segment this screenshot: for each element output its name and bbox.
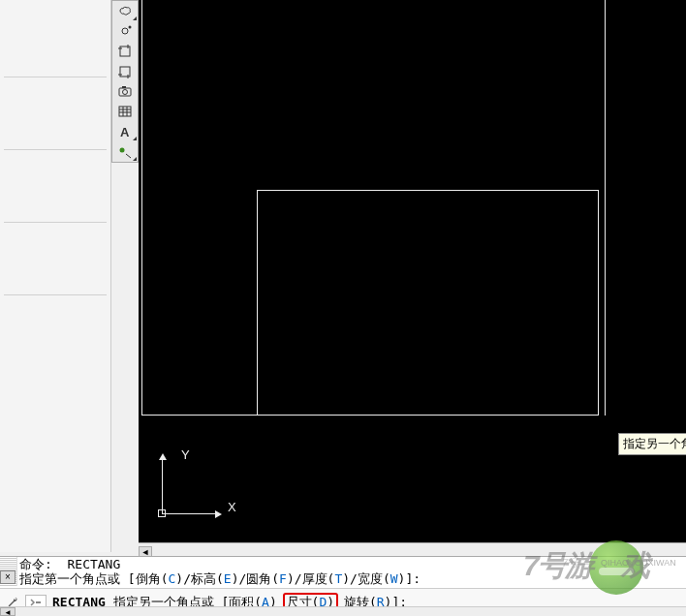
svg-point-1 bbox=[129, 26, 132, 29]
crop1-button[interactable] bbox=[112, 42, 138, 62]
bottom-scrollbar[interactable]: ◄ bbox=[0, 606, 686, 616]
ucs-y-label: Y bbox=[181, 447, 190, 462]
ucs-x-label: X bbox=[228, 500, 236, 514]
panel-section-4 bbox=[4, 242, 107, 295]
panel-section-1 bbox=[4, 0, 107, 77]
properties-panel bbox=[0, 0, 111, 552]
svg-text:A: A bbox=[120, 125, 130, 139]
camera-icon bbox=[117, 83, 133, 99]
svg-point-0 bbox=[122, 28, 128, 34]
wipeout-button[interactable] bbox=[112, 21, 138, 42]
svg-rect-10 bbox=[36, 601, 41, 603]
table-button[interactable] bbox=[112, 102, 138, 122]
panel-section-2 bbox=[4, 97, 107, 150]
cmdwin-close-button[interactable]: × bbox=[0, 570, 16, 584]
svg-rect-6 bbox=[122, 86, 126, 88]
wipeout-icon bbox=[117, 23, 133, 39]
point-icon bbox=[117, 144, 133, 160]
revision-cloud-button[interactable] bbox=[112, 1, 138, 21]
drawn-rectangle-2 bbox=[257, 190, 599, 416]
text-icon: A bbox=[117, 124, 133, 139]
scroll-left-icon[interactable]: ◄ bbox=[0, 607, 16, 616]
dynamic-input-tooltip: 指定另一个角 bbox=[618, 433, 686, 455]
canvas-hscrollbar[interactable]: ◄ bbox=[139, 542, 686, 556]
crop2-icon bbox=[117, 64, 133, 79]
crop2-button[interactable] bbox=[112, 61, 138, 81]
crop1-icon bbox=[117, 44, 133, 59]
drawing-canvas[interactable]: Y X bbox=[139, 0, 686, 542]
text-button[interactable]: A bbox=[112, 122, 138, 142]
svg-rect-7 bbox=[119, 107, 131, 116]
svg-point-5 bbox=[123, 90, 128, 95]
table-icon bbox=[117, 104, 133, 119]
revision-cloud-icon bbox=[117, 3, 133, 18]
panel-section-3 bbox=[4, 169, 107, 223]
command-history[interactable]: 命令: RECTANG 指定第一个角点或 [倒角(C)/标高(E)/圆角(F)/… bbox=[19, 557, 686, 586]
point-button[interactable] bbox=[112, 141, 138, 162]
ucs-icon: Y X bbox=[156, 444, 234, 521]
draw-toolbar: A bbox=[111, 0, 139, 163]
camera-button[interactable] bbox=[112, 81, 138, 102]
svg-point-9 bbox=[120, 147, 125, 152]
